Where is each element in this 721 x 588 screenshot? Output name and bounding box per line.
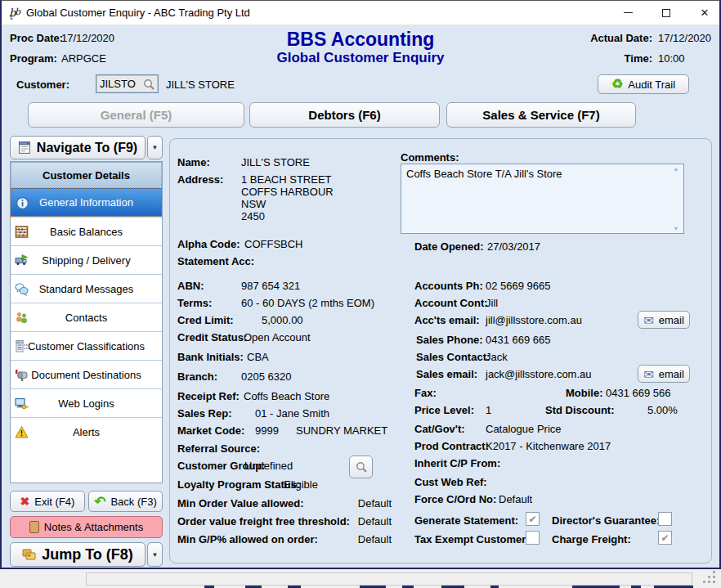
minimize-icon (624, 12, 633, 13)
charge-freight-label: Charge Freight: (552, 533, 631, 545)
title-bar: b b s Global Customer Enquiry - ABC Trad… (2, 1, 719, 25)
address-line: 2450 (241, 210, 265, 222)
jump-dropdown-button[interactable]: ▼ (147, 542, 163, 567)
sidebar-item-customer-classifications[interactable]: Customer Classifications (11, 331, 162, 360)
actual-date-value: 17/12/2020 (658, 32, 711, 44)
sidebar-item-contacts[interactable]: Contacts (11, 303, 162, 331)
address-line: 1 BEACH STREET (241, 173, 332, 186)
sidebar-item-basic-balances[interactable]: Basic Balances (11, 217, 162, 245)
scroll-down-icon[interactable]: ▼ (674, 226, 679, 231)
back-arrow-icon: ↶ (94, 495, 105, 509)
date-opened-value: 27/03/2017 (487, 240, 540, 253)
sidebar-item-shipping-delivery[interactable]: Shipping / Delivery (11, 245, 162, 274)
bank-initials-label: Bank Initials: (177, 351, 244, 363)
back-label: Back (F3) (110, 496, 156, 508)
market-code-value: 9999 (255, 424, 279, 437)
min-gp-label: Min G/P% allowed on order: (177, 533, 318, 545)
min-order-label: Min Order Value allowed: (177, 497, 304, 509)
sales-rep-value: 01 - Jane Smith (255, 407, 329, 420)
loyalty-value: Eligible (284, 478, 318, 491)
maximize-icon (662, 9, 670, 17)
generate-statement-checkbox[interactable] (526, 512, 540, 526)
branch-label: Branch: (177, 370, 217, 383)
std-discount-label: Std Discount: (545, 404, 615, 416)
statement-acc-label: Statement Acc: (177, 255, 254, 267)
address-label: Address: (177, 173, 223, 186)
alpha-code-label: Alpha Code: (177, 238, 240, 250)
navigate-to-button[interactable]: Navigate To (F9) (10, 136, 146, 159)
minimize-button[interactable] (611, 1, 644, 25)
sidebar-item-label: Shipping / Delivery (42, 254, 130, 267)
tax-exempt-checkbox[interactable] (526, 531, 540, 545)
audit-trail-button[interactable]: ♻ Audit Trail (598, 74, 689, 94)
freight-threshold-value: Default (320, 515, 392, 527)
truck-icon (15, 254, 29, 267)
name-label: Name: (177, 156, 210, 168)
sidebar-item-general-information[interactable]: General Information (11, 188, 162, 217)
sales-rep-label: Sales Rep: (177, 407, 231, 420)
accts-email-label: Acc'ts email: (414, 314, 480, 326)
terms-label: Terms: (177, 297, 212, 309)
receipt-ref-label: Receipt Ref: (177, 390, 240, 402)
sidebar-item-web-logins[interactable]: Web Logins (11, 388, 162, 417)
time-value: 10:00 (658, 52, 685, 65)
directors-guarantee-checkbox[interactable] (658, 512, 672, 526)
loyalty-label: Loyalty Program Status: (177, 478, 300, 491)
tab-debtors[interactable]: Debtors (F6) (249, 102, 440, 128)
maximize-button[interactable] (650, 1, 683, 25)
customer-name: JILL'S STORE (166, 79, 235, 91)
sidebar-item-standard-messages[interactable]: Standard Messages (11, 274, 162, 303)
sidebar-item-alerts[interactable]: Alerts (11, 417, 162, 446)
exit-button[interactable]: ✖ Exit (F4) (10, 491, 85, 512)
notes-attachments-button[interactable]: Notes & Attachments (10, 516, 163, 538)
sidebar-item-label: Contacts (65, 312, 107, 324)
tab-sales-service[interactable]: Sales & Service (F7) (446, 102, 636, 128)
sales-contact-label: Sales Contact: (416, 351, 490, 363)
audit-trail-label: Audit Trail (628, 79, 675, 91)
generate-statement-label: Generate Statement: (414, 514, 518, 527)
actual-date-label: Actual Date: (582, 32, 652, 44)
search-icon[interactable] (142, 78, 155, 91)
min-gp-value: Default (320, 533, 392, 545)
navigate-dropdown-button[interactable]: ▼ (147, 136, 163, 159)
form-page-icon (18, 141, 32, 155)
tab-general[interactable]: General (F5) (28, 102, 244, 128)
charge-freight-checkbox[interactable] (658, 531, 672, 545)
sidebar-item-document-destinations[interactable]: Document Destinations (11, 360, 162, 388)
classification-list-icon (15, 339, 29, 353)
sidebar-item-label: Basic Balances (50, 226, 123, 238)
jump-to-button[interactable]: Jump To (F8) (10, 542, 146, 567)
sales-contact-value: Jack (486, 351, 508, 363)
std-discount-value: 5.00% (647, 404, 678, 416)
comments-textarea[interactable]: Coffs Beach Store T/A Jill's Store ▲ ▼ (401, 164, 684, 234)
sidebar-item-label: General Information (39, 196, 133, 209)
sidebar-item-label: Alerts (73, 426, 100, 438)
sidebar-item-label: Customer Classifications (28, 340, 145, 352)
price-level-label: Price Level: (414, 404, 474, 416)
comments-label: Comments: (401, 151, 459, 164)
email-icon: ✉ (643, 368, 654, 380)
accts-email-value: jill@jillsstore.com.au (486, 314, 582, 326)
address-line: COFFS HARBOUR (241, 186, 334, 198)
email-button-label: email (659, 314, 684, 326)
close-button[interactable]: ✕ (688, 1, 721, 25)
scroll-up-icon[interactable]: ▲ (674, 166, 679, 172)
people-icon (15, 311, 29, 325)
abn-value: 987 654 321 (241, 280, 300, 292)
back-button[interactable]: ↶ Back (F3) (88, 491, 163, 512)
notes-attachments-label: Notes & Attachments (44, 521, 143, 533)
customer-code-value: JILSTO (100, 78, 136, 90)
customer-group-value: Undefined (244, 460, 293, 472)
customer-code-input[interactable]: JILSTO (96, 74, 159, 93)
prod-contract-value: K2017 - Kitchenware 2017 (486, 440, 611, 452)
price-level-value: 1 (486, 404, 491, 416)
comments-text: Coffs Beach Store T/A Jill's Store (406, 168, 562, 180)
time-label: Time: (582, 52, 652, 65)
accts-email-button[interactable]: ✉ email (638, 311, 690, 329)
alpha-code-value: COFFSBCH (244, 238, 303, 250)
fax-label: Fax: (414, 387, 437, 399)
sales-email-button[interactable]: ✉ email (638, 365, 690, 383)
comments-scrollbar[interactable]: ▲ ▼ (670, 166, 682, 231)
customer-group-search-button[interactable] (349, 456, 373, 478)
abacus-icon (15, 225, 29, 239)
